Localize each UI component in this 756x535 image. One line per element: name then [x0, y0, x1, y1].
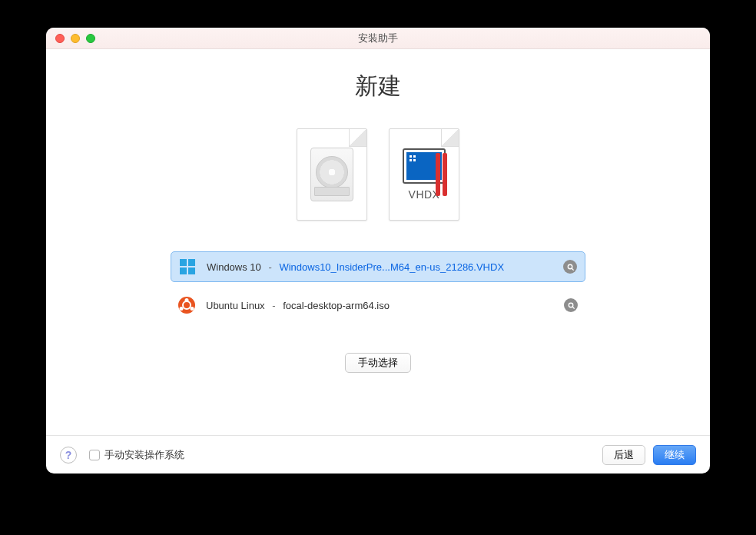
list-item[interactable]: Ubuntu Linux - focal-desktop-arm64.iso: [171, 290, 585, 321]
reveal-in-finder-icon[interactable]: [563, 260, 577, 274]
titlebar: 安装助手: [46, 28, 710, 49]
reveal-in-finder-icon[interactable]: [564, 298, 578, 312]
parallels-bars-icon: [436, 153, 447, 196]
window-title: 安装助手: [46, 32, 710, 45]
list-item[interactable]: Windows 10 - Windows10_InsiderPre...M64_…: [171, 251, 585, 282]
manual-install-checkbox[interactable]: 手动安装操作系统: [89, 448, 184, 462]
windows-icon: [179, 258, 196, 275]
svg-point-2: [569, 303, 573, 307]
footer: ? 手动安装操作系统 后退 继续: [46, 435, 710, 474]
manual-select-button[interactable]: 手动选择: [345, 353, 411, 373]
media-icons: VHDX: [297, 128, 459, 221]
list-item-label: Windows 10 - Windows10_InsiderPre...M64_…: [207, 261, 552, 273]
checkbox-icon[interactable]: [89, 450, 100, 460]
minimize-icon[interactable]: [71, 34, 80, 43]
close-icon[interactable]: [55, 34, 65, 43]
page-heading: 新建: [355, 71, 401, 102]
content-area: 新建 VHDX: [46, 49, 710, 435]
hdd-icon: [310, 148, 353, 201]
zoom-icon[interactable]: [86, 34, 95, 43]
continue-button[interactable]: 继续: [653, 445, 696, 465]
installer-window: 安装助手 新建 VHDX: [46, 28, 710, 474]
svg-line-1: [572, 268, 573, 270]
list-item-label: Ubuntu Linux - focal-desktop-arm64.iso: [206, 300, 553, 311]
back-button[interactable]: 后退: [602, 445, 645, 465]
disk-image-icon: [297, 128, 367, 221]
help-button[interactable]: ?: [60, 447, 77, 464]
window-controls: [55, 34, 95, 43]
checkbox-label: 手动安装操作系统: [104, 448, 184, 462]
vhdx-file-icon: VHDX: [389, 128, 459, 221]
ubuntu-icon: [178, 297, 195, 314]
svg-line-3: [572, 307, 574, 308]
source-list: Windows 10 - Windows10_InsiderPre...M64_…: [171, 251, 585, 321]
svg-point-0: [568, 264, 572, 269]
